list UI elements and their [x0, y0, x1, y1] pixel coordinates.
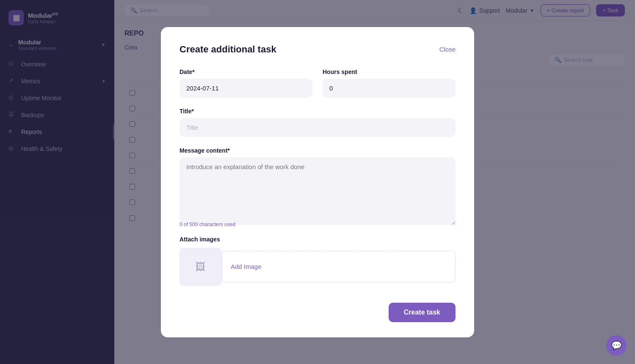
message-group: Message content* [179, 147, 456, 225]
modal: Create additional task Close Date* Hours… [161, 27, 474, 337]
message-textarea[interactable] [179, 157, 456, 225]
date-label: Date* [179, 68, 312, 75]
image-icon: 🖼 [196, 261, 206, 273]
date-input[interactable] [179, 79, 312, 98]
modal-footer: Create task [179, 303, 456, 322]
image-placeholder: 🖼 [179, 248, 222, 286]
title-group: Title* [179, 108, 456, 137]
title-label: Title* [179, 108, 456, 115]
date-group: Date* [179, 68, 312, 98]
add-image-button[interactable]: Add Image [222, 251, 456, 282]
create-task-submit-button[interactable]: Create task [389, 303, 456, 322]
date-hours-row: Date* Hours spent [179, 68, 456, 98]
image-upload-area: 🖼 Add Image [179, 248, 456, 286]
message-label: Message content* [179, 147, 456, 154]
chat-icon: 💬 [611, 340, 622, 350]
modal-close-button[interactable]: Close [439, 46, 456, 53]
title-input[interactable] [179, 118, 456, 137]
attach-label: Attach images [179, 236, 456, 243]
modal-header: Create additional task Close [179, 44, 456, 55]
hours-group: Hours spent [323, 68, 456, 98]
hours-input[interactable] [323, 79, 456, 98]
hours-label: Hours spent [323, 68, 456, 75]
chat-bubble[interactable]: 💬 [606, 335, 627, 356]
modal-title: Create additional task [179, 44, 276, 55]
modal-overlay[interactable]: Create additional task Close Date* Hours… [0, 0, 635, 364]
